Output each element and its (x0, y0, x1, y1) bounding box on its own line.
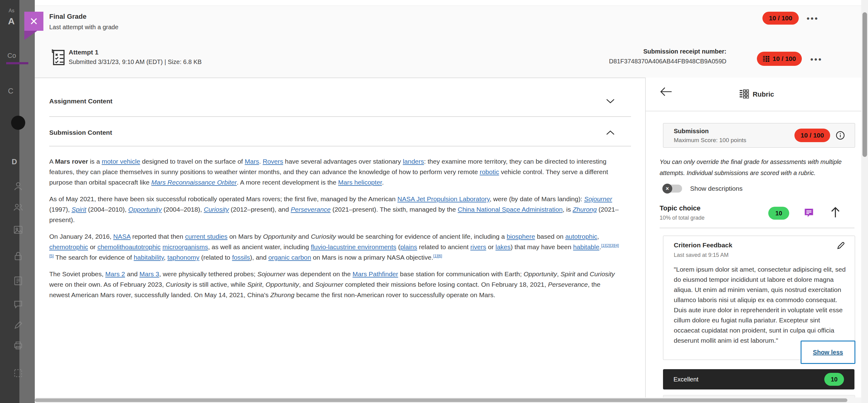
document-link[interactable]: habitability (133, 254, 164, 261)
document-link[interactable]: robotic (479, 168, 499, 175)
document-link[interactable]: Curiosity (204, 206, 229, 213)
document-text: . (259, 158, 263, 165)
vertical-scrollbar-thumb[interactable] (863, 12, 867, 157)
submission-grade-pill[interactable]: 10 / 100 (795, 129, 830, 142)
selected-level-bar[interactable]: Excellent 10 (663, 369, 855, 390)
document-link[interactable]: Spirit (71, 206, 86, 213)
document-link[interactable]: microorganisms (162, 243, 208, 250)
document-link[interactable]: current studies (185, 233, 227, 240)
graded-document-icon (13, 276, 23, 286)
document-link[interactable]: [1][6] (433, 254, 442, 258)
document-link[interactable]: biosphere (507, 233, 535, 240)
criterion-score-pill[interactable]: 10 (768, 207, 789, 220)
document-text: The search for evidence of (54, 254, 133, 261)
document-text: , (557, 270, 560, 277)
document-link[interactable]: Sojourner (584, 195, 612, 202)
chat-icon (13, 299, 23, 309)
rubric-panel: Rubric Submission Maximum Score: 100 poi… (645, 77, 868, 403)
submission-content-section[interactable]: Submission Content (49, 124, 631, 141)
document-link[interactable]: chemotrophic (49, 243, 88, 250)
attempt-meta: Submitted 3/31/23, 9:10 AM (EDT) | Size:… (69, 59, 202, 66)
document-link[interactable]: NASA Jet Propulsion Laboratory (397, 195, 490, 202)
document-text: were on their own. As of February 2023, (49, 281, 165, 288)
submission-grade-value: 10 / 100 (801, 132, 824, 139)
image-icon (13, 225, 23, 235)
show-less-focus-ring: Show less (801, 341, 856, 364)
document-text: is still active, while (191, 281, 247, 288)
document-link[interactable]: taphonomy (167, 254, 199, 261)
document-text: . (382, 179, 384, 186)
feedback-title: Criterion Feedback (674, 241, 732, 249)
document-paragraph: The Soviet probes, Mars 2 and Mars 3, we… (49, 269, 622, 300)
underlay-d-text: D (12, 158, 17, 166)
document-text: , and (299, 281, 315, 288)
feedback-comment-icon[interactable] (803, 207, 814, 219)
collapse-up-arrow-icon[interactable] (830, 206, 841, 219)
document-link[interactable]: Mars 3 (140, 270, 159, 277)
document-text: Opportunity (524, 270, 557, 277)
info-icon[interactable] (836, 131, 845, 140)
document-text: Opportunity (263, 233, 297, 240)
document-text: , (262, 281, 266, 288)
show-descriptions-toggle[interactable]: × (662, 184, 682, 193)
show-less-link[interactable]: Show less (813, 349, 843, 356)
document-link[interactable]: Mars (245, 158, 259, 165)
close-button[interactable] (24, 12, 43, 31)
horizontal-scrollbar-thumb[interactable] (35, 398, 847, 402)
document-link[interactable]: plains (400, 243, 417, 250)
document-text: Opportunity (266, 281, 299, 288)
document-text: ) that may have been (510, 243, 573, 250)
document-text: , (597, 233, 599, 240)
lock-icon (13, 251, 23, 262)
document-text: completed their missions before losing c… (343, 281, 548, 288)
document-link[interactable]: Mars Pathfinder (352, 270, 398, 277)
document-link[interactable]: Mars Reconnaissance Orbiter (151, 179, 237, 186)
document-link[interactable]: fluvio-lacustrine environments (311, 243, 397, 250)
edit-pencil-icon[interactable] (836, 241, 845, 250)
document-link[interactable]: fossils (232, 254, 250, 261)
rubric-icon (740, 89, 749, 98)
document-link[interactable]: Perseverance (291, 206, 331, 213)
level-score-value: 10 (831, 376, 838, 383)
document-text: (related to (199, 254, 232, 261)
document-link[interactable]: motor vehicle (101, 158, 140, 165)
submission-card-title: Submission (674, 128, 709, 135)
document-link[interactable]: rivers (470, 243, 486, 250)
document-link[interactable]: Mars 2 (105, 270, 125, 277)
document-text: Curiosity (311, 233, 336, 240)
document-link[interactable]: autotrophic (565, 233, 597, 240)
document-text: Curiosity (165, 281, 191, 288)
document-link[interactable]: China National Space Administration (458, 206, 563, 213)
rubric-grid-icon (763, 55, 770, 62)
document-link[interactable]: habitable (573, 243, 599, 250)
final-grade-subtitle: Last attempt with a grade (49, 24, 119, 31)
final-grade-pill[interactable]: 10 / 100 (763, 12, 799, 25)
attempt-grade-pill[interactable]: 10 / 100 (757, 52, 802, 66)
attempt-more-button[interactable]: ••• (810, 58, 823, 61)
document-text: Perseverance (548, 281, 588, 288)
document-link[interactable]: chemolithoautotrophic (97, 243, 160, 250)
document-link[interactable]: landers (403, 158, 424, 165)
document-text: (2004–2018), (162, 206, 204, 213)
criterion-feedback-card: Criterion Feedback Last saved at 9:15 AM… (663, 236, 855, 360)
document-text: A (49, 158, 55, 165)
vertical-scrollbar[interactable] (861, 0, 868, 403)
chevron-up-icon (606, 130, 615, 135)
document-link[interactable]: Zhurong (573, 206, 597, 213)
document-text: Zhurong (270, 291, 294, 298)
document-link[interactable]: Mars helicopter (338, 179, 382, 186)
document-paragraph: As of May 2021, there have been six succ… (49, 194, 622, 225)
document-link[interactable]: Opportunity (128, 206, 162, 213)
document-text: Curiosity (590, 270, 615, 277)
document-text: on Mars by (227, 233, 263, 240)
horizontal-scrollbar[interactable] (35, 398, 861, 403)
document-link[interactable]: organic carbon (269, 254, 311, 261)
document-link[interactable]: lakes (496, 243, 510, 250)
document-paragraph: A Mars rover is a motor vehicle designed… (49, 156, 622, 188)
assignment-content-section[interactable]: Assignment Content (49, 92, 631, 110)
document-text: (2012–present), and (229, 206, 291, 213)
document-link[interactable]: NASA (113, 233, 130, 240)
final-grade-more-button[interactable]: ••• (807, 17, 819, 20)
document-link[interactable]: Rovers (262, 158, 283, 165)
grading-panel: Final Grade Last attempt with a grade 10… (35, 0, 868, 403)
